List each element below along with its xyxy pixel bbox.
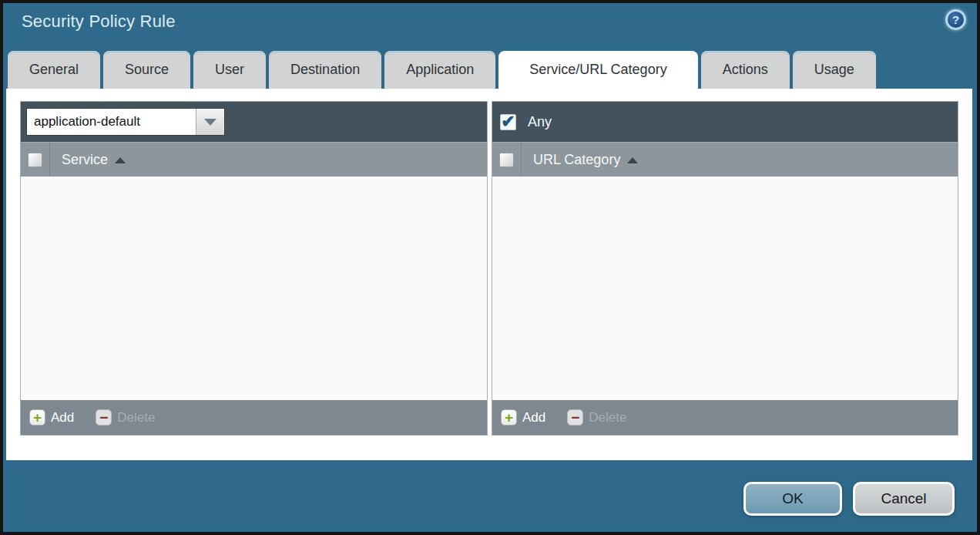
tab-source[interactable]: Source — [103, 51, 190, 89]
tab-usage[interactable]: Usage — [793, 51, 876, 89]
dialog-title: Security Policy Rule — [22, 12, 176, 32]
plus-icon: + — [501, 409, 517, 426]
service-type-dropdown[interactable]: application-default — [26, 108, 225, 136]
service-panel-footer: + Add − Delete — [21, 400, 487, 435]
add-service-button[interactable]: + Add — [29, 409, 74, 426]
url-category-list — [492, 177, 958, 400]
delete-service-button[interactable]: − Delete — [96, 409, 155, 426]
minus-icon: − — [567, 409, 583, 426]
select-all-services-checkbox[interactable] — [28, 153, 42, 167]
url-category-panel: ✔ Any URL Category + Add − Delete — [492, 101, 958, 436]
delete-url-category-button[interactable]: − Delete — [567, 409, 626, 426]
plus-icon: + — [29, 409, 45, 426]
tab-actions[interactable]: Actions — [701, 51, 790, 89]
url-category-panel-header: ✔ Any — [492, 102, 958, 142]
security-policy-rule-dialog: Security Policy Rule ? General Source Us… — [0, 0, 980, 535]
cancel-button[interactable]: Cancel — [853, 482, 955, 516]
tab-service-url-category[interactable]: Service/URL Category — [498, 51, 697, 89]
select-all-url-categories-checkbox[interactable] — [499, 153, 514, 167]
any-url-category-checkbox[interactable]: ✔ — [500, 114, 516, 130]
ok-button[interactable]: OK — [743, 482, 842, 516]
service-type-value: application-default — [27, 109, 196, 135]
url-category-panel-footer: + Add − Delete — [492, 400, 958, 435]
sort-ascending-icon — [115, 157, 126, 163]
tab-bar: General Source User Destination Applicat… — [8, 51, 876, 89]
tab-user[interactable]: User — [193, 51, 266, 89]
service-list — [21, 177, 487, 400]
add-url-category-button[interactable]: + Add — [501, 409, 545, 426]
url-category-column-label[interactable]: URL Category — [533, 152, 620, 168]
tab-destination[interactable]: Destination — [269, 51, 381, 89]
service-column-label[interactable]: Service — [62, 152, 108, 168]
dropdown-button[interactable] — [196, 109, 224, 135]
url-category-column-header: URL Category — [492, 142, 958, 177]
tab-general[interactable]: General — [8, 51, 100, 89]
service-panel: application-default Service + Add — [20, 101, 488, 436]
any-label: Any — [528, 114, 552, 130]
chevron-down-icon — [204, 119, 216, 126]
tab-content: application-default Service + Add — [6, 89, 972, 460]
service-panel-header: application-default — [21, 102, 487, 142]
tab-application[interactable]: Application — [384, 51, 495, 89]
service-column-header: Service — [21, 142, 487, 177]
sort-ascending-icon — [627, 157, 638, 163]
minus-icon: − — [96, 409, 112, 426]
help-icon[interactable]: ? — [945, 9, 966, 30]
